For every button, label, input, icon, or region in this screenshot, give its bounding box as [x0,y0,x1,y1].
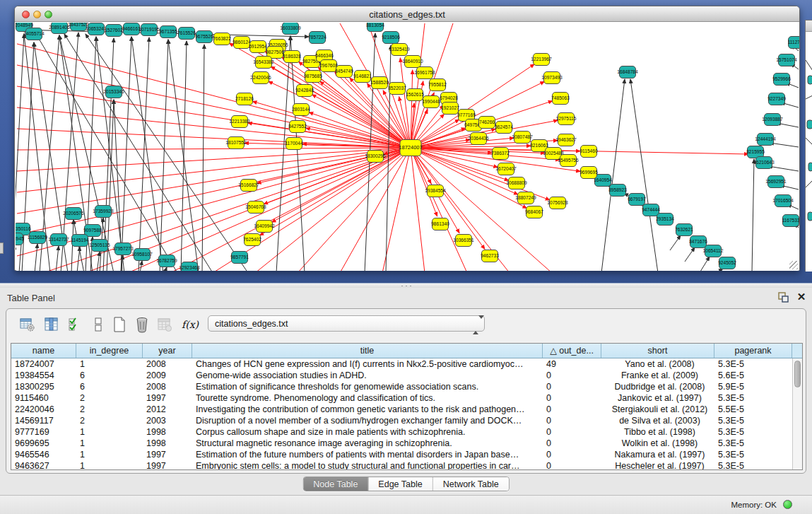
graph-node[interactable]: 18107552 [225,137,247,149]
graph-node[interactable]: 9115460 [579,146,598,158]
table-vertical-scrollbar[interactable] [792,358,802,469]
table-column-icon[interactable] [43,316,60,333]
graph-node[interactable]: 18300295 [365,151,386,163]
graph-node[interactable]: 9671355 [159,26,177,38]
import-table-icon[interactable] [156,316,173,333]
table-row[interactable]: 1456911722003Disruption of a novel membe… [11,415,792,426]
graph-node[interactable]: 10756928 [547,197,568,209]
network-view-window[interactable]: citations_edges.txt 20489491405571420891… [14,6,800,271]
graph-node[interactable]: 19384554 [425,185,446,197]
graph-node[interactable]: 1170044 [285,138,303,150]
table-selector-dropdown[interactable]: citations_edges.txt [208,315,485,332]
column-header-short[interactable]: short [601,344,714,358]
graph-node[interactable]: 17359928 [93,206,114,218]
graph-node[interactable]: 9245052 [718,257,736,269]
graph-node[interactable]: 2935134 [656,214,674,226]
table-row[interactable]: 1830029562008Estimation of significance … [11,381,792,392]
delete-trash-icon[interactable] [134,316,151,333]
table-row[interactable]: 1938455462009Genome-wide association stu… [11,370,792,381]
graph-node[interactable]: 18640910 [402,56,423,68]
graph-node[interactable]: 22420046 [250,72,271,84]
graph-node[interactable]: 18724007 [399,140,422,156]
graph-node[interactable]: 16033809 [280,23,301,35]
graph-node[interactable]: 8522037 [388,83,406,95]
graph-node[interactable]: 9699695 [579,167,598,179]
graph-node[interactable]: 12505135 [89,240,110,252]
graph-node[interactable]: 7625402 [243,234,261,246]
graph-node[interactable]: 8427552 [288,121,307,133]
graph-node[interactable]: 16782759 [156,255,177,267]
table-row[interactable]: 969969511998Structural magnetic resonanc… [11,438,792,449]
background-network-window[interactable] [805,20,812,271]
graph-node[interactable]: 3313945 [16,233,24,245]
graph-node[interactable]: 11156829 [28,232,48,244]
graph-node[interactable]: 9462733 [481,250,499,262]
fx-icon[interactable]: f(x) [182,316,199,333]
new-document-icon[interactable] [111,316,128,333]
column-header-title[interactable]: title [192,344,543,358]
graph-node[interactable]: 16848784 [617,66,638,78]
graph-node[interactable]: 2803144 [292,104,310,116]
close-panel-icon[interactable]: ✕ [796,291,807,303]
graph-node[interactable]: 15495756 [558,155,579,167]
graph-node[interactable]: 5912954 [249,41,267,53]
graph-node[interactable]: 8186328 [283,51,301,63]
graph-node[interactable]: 1990448 [422,96,440,108]
graph-node[interactable]: 10719195 [139,24,160,36]
graph-node[interactable]: 9861340 [431,218,449,230]
rows-icon[interactable] [90,316,107,333]
graph-node[interactable]: 16543382 [253,57,274,69]
column-header-name[interactable]: name [11,344,76,358]
graph-node[interactable]: 12975115 [556,113,577,125]
graph-node[interactable]: 13325419 [389,44,410,56]
graph-node[interactable]: 7615526 [177,28,196,40]
graph-node[interactable]: 17957273 [112,243,134,255]
graph-node[interactable]: 9529966 [772,74,791,86]
graph-node[interactable]: 15166827 [238,180,259,192]
graph-node[interactable]: 3624574 [495,122,513,134]
graph-node[interactable]: 12213383 [229,116,250,128]
graph-node[interactable]: 7632621 [675,224,693,236]
graph-node[interactable]: 6679197 [628,194,646,206]
table-settings-icon[interactable] [19,316,36,333]
graph-node[interactable]: 20364436 [468,133,489,145]
panel-splitter[interactable] [0,283,812,288]
column-header-pagerank[interactable]: pagerank [714,344,792,358]
network-window-titlebar[interactable]: citations_edges.txt [15,6,799,22]
graph-node[interactable]: 20153346 [103,86,124,98]
graph-node[interactable]: 9242848 [295,85,314,97]
graph-node[interactable]: 9466161 [122,23,141,35]
citation-network-graph[interactable]: 2048949140557142089140618437523106532471… [16,23,799,271]
graph-node[interactable]: 9218506 [382,32,400,44]
column-header-out_de[interactable]: △ out_de... [543,344,601,358]
table-row[interactable]: 2242004622012Investigating the contribut… [11,404,792,415]
graph-node[interactable]: 1527602 [105,25,123,37]
graph-node[interactable]: 1588520 [370,77,389,89]
graph-node[interactable]: 17016504 [772,195,794,207]
graph-node[interactable]: 2718126 [235,93,254,105]
graph-node[interactable]: 10958107 [131,249,153,261]
graph-node[interactable]: 10366351 [453,235,474,247]
column-header-in_degree[interactable]: in_degree [76,344,143,358]
select-all-checks-icon[interactable] [67,316,84,333]
graph-node[interactable]: 10688809 [506,177,527,189]
graph-node[interactable]: 15751074 [776,54,797,66]
graph-node[interactable]: 7857224 [308,32,326,44]
graph-node[interactable]: 7663822 [213,33,231,45]
graph-node[interactable]: 9684067 [525,206,543,218]
graph-node[interactable]: 10973493 [541,72,563,84]
graph-node[interactable]: 14055714 [23,28,45,40]
graph-node[interactable]: 18807249 [515,192,536,204]
table-row[interactable]: 946362711997Embryonic stem cells: a mode… [11,460,792,469]
network-canvas[interactable]: 2048949140557142089140618437523106532471… [16,23,799,271]
graph-node[interactable]: 20891406 [49,23,70,34]
column-header-year[interactable]: year [143,344,192,358]
graph-node[interactable]: 8813054 [366,23,384,32]
table-row[interactable]: 946554611997Estimation of the future num… [11,449,792,460]
graph-node[interactable]: 13142737 [48,234,69,246]
graph-node[interactable]: 7485063 [551,93,570,105]
tab-network-table[interactable]: Network Table [433,477,509,491]
graph-node[interactable]: 8454749 [335,66,353,78]
graph-node[interactable]: 15692951 [765,176,787,188]
graph-node[interactable]: 1167533 [782,215,799,227]
